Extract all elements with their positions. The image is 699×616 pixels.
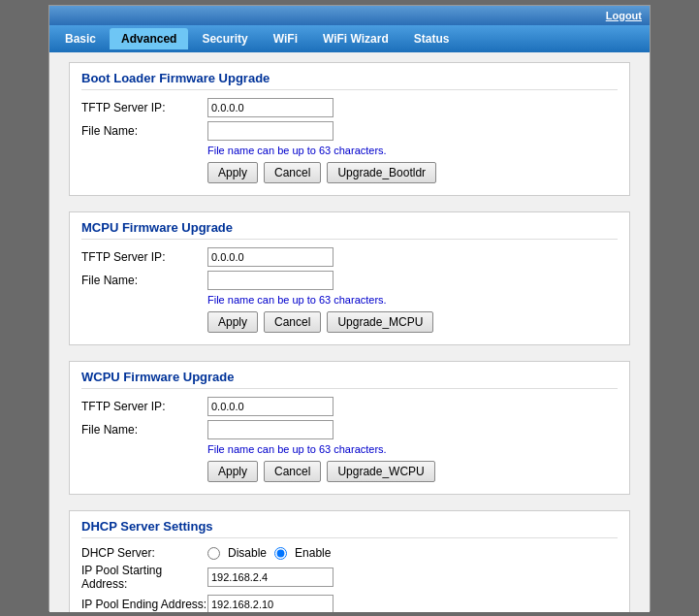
wcpu-section: WCPU Firmware Upgrade TFTP Server IP: Fi…	[69, 361, 630, 495]
tab-wifi-wizard[interactable]: WiFi Wizard	[311, 28, 400, 49]
dhcp-ip-end-row: IP Pool Ending Address:	[81, 595, 618, 612]
mcpu-cancel-button[interactable]: Cancel	[264, 311, 321, 333]
mcpu-section: MCPU Firmware Upgrade TFTP Server IP: Fi…	[69, 211, 630, 345]
mcpu-file-input[interactable]	[207, 271, 334, 290]
nav-bar: Basic Advanced Security WiFi WiFi Wizard…	[49, 25, 650, 52]
dhcp-server-label: DHCP Server:	[81, 546, 207, 560]
bootloader-apply-button[interactable]: Apply	[207, 162, 258, 183]
dhcp-disable-radio[interactable]	[207, 547, 220, 560]
mcpu-tftp-label: TFTP Server IP:	[81, 250, 207, 264]
dhcp-server-row: DHCP Server: Disable Enable	[81, 546, 618, 560]
dhcp-ip-start-label: IP Pool Starting Address:	[81, 564, 207, 591]
logout-button[interactable]: Logout	[606, 10, 642, 21]
wcpu-btn-row: Apply Cancel Upgrade_WCPU	[207, 461, 618, 482]
wcpu-file-row: File Name:	[81, 420, 618, 439]
dhcp-ip-end-input[interactable]	[207, 595, 334, 612]
bootloader-btn-row: Apply Cancel Upgrade_Bootldr	[207, 162, 618, 183]
mcpu-tftp-row: TFTP Server IP:	[81, 247, 618, 267]
bootloader-cancel-button[interactable]: Cancel	[264, 162, 321, 183]
mcpu-upgrade-button[interactable]: Upgrade_MCPU	[327, 311, 433, 333]
tab-basic[interactable]: Basic	[53, 28, 108, 49]
wcpu-file-input[interactable]	[207, 420, 334, 439]
top-bar: Logout	[49, 6, 650, 25]
wcpu-upgrade-button[interactable]: Upgrade_WCPU	[327, 461, 434, 482]
dhcp-disable-label: Disable	[228, 546, 267, 560]
dhcp-title: DHCP Server Settings	[81, 519, 618, 538]
mcpu-file-row: File Name:	[81, 271, 618, 290]
mcpu-tftp-input[interactable]	[207, 247, 334, 267]
bootloader-tftp-row: TFTP Server IP:	[81, 98, 618, 117]
tab-status[interactable]: Status	[402, 28, 461, 49]
mcpu-file-label: File Name:	[81, 274, 207, 287]
wcpu-file-label: File Name:	[81, 423, 207, 437]
bootloader-file-input[interactable]	[207, 121, 334, 141]
wcpu-tftp-row: TFTP Server IP:	[81, 397, 618, 416]
tab-security[interactable]: Security	[190, 28, 259, 49]
mcpu-btn-row: Apply Cancel Upgrade_MCPU	[207, 311, 618, 333]
bootloader-title: Boot Loader Firmware Upgrade	[81, 71, 618, 90]
mcpu-title: MCPU Firmware Upgrade	[81, 220, 618, 240]
wcpu-title: WCPU Firmware Upgrade	[81, 370, 618, 389]
main-content: Boot Loader Firmware Upgrade TFTP Server…	[49, 52, 650, 612]
tab-advanced[interactable]: Advanced	[110, 28, 188, 49]
dhcp-enable-radio[interactable]	[274, 547, 287, 560]
bootloader-tftp-label: TFTP Server IP:	[81, 101, 207, 114]
bootloader-section: Boot Loader Firmware Upgrade TFTP Server…	[69, 62, 630, 196]
mcpu-apply-button[interactable]: Apply	[207, 311, 258, 333]
dhcp-ip-end-label: IP Pool Ending Address:	[81, 598, 207, 611]
wcpu-file-hint: File name can be up to 63 characters.	[207, 443, 618, 455]
dhcp-section: DHCP Server Settings DHCP Server: Disabl…	[69, 510, 630, 612]
wcpu-apply-button[interactable]: Apply	[207, 461, 258, 482]
wcpu-tftp-label: TFTP Server IP:	[81, 400, 207, 413]
tab-wifi[interactable]: WiFi	[262, 28, 309, 49]
dhcp-ip-start-row: IP Pool Starting Address:	[81, 564, 618, 591]
bootloader-upgrade-button[interactable]: Upgrade_Bootldr	[327, 162, 436, 183]
wcpu-cancel-button[interactable]: Cancel	[264, 461, 321, 482]
bootloader-file-row: File Name:	[81, 121, 618, 141]
mcpu-file-hint: File name can be up to 63 characters.	[207, 294, 618, 306]
bootloader-file-label: File Name:	[81, 124, 207, 138]
bootloader-tftp-input[interactable]	[207, 98, 334, 117]
dhcp-enable-label: Enable	[295, 546, 331, 560]
bootloader-file-hint: File name can be up to 63 characters.	[207, 145, 618, 156]
dhcp-ip-start-input[interactable]	[207, 567, 334, 587]
wcpu-tftp-input[interactable]	[207, 397, 334, 416]
dhcp-radio-group: Disable Enable	[207, 546, 331, 560]
